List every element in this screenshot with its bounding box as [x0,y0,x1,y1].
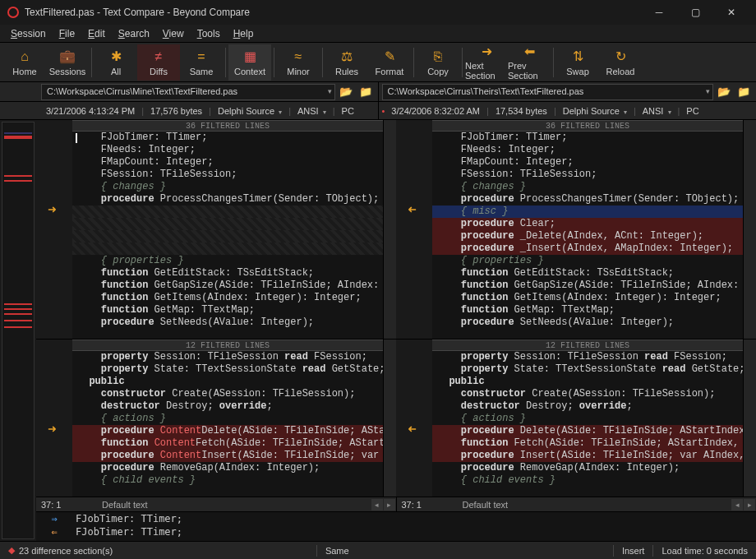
fold-separator[interactable]: 36 FILTERED LINES [432,120,743,132]
code-line[interactable]: { actions } [72,413,383,425]
maximize-button[interactable]: ▢ [677,0,713,25]
code-line[interactable]: procedure SetNeeds(AValue: Integer); [432,316,743,329]
code-line[interactable]: procedure SetNeeds(AValue: Integer); [72,316,383,329]
code-line[interactable]: FJobTimer: TTimer; [432,132,743,144]
code-line[interactable]: function GetMap: TTextMap; [432,304,743,316]
right-encoding-dropdown[interactable]: ANSI ▾ [643,106,671,116]
menu-session[interactable]: Session [5,26,52,41]
menu-help[interactable]: Help [228,26,260,41]
swap-button[interactable]: ⇅Swap [556,44,599,81]
code-line[interactable]: procedure Delete(ASide: TFileInSide; ASt… [432,425,743,437]
code-line[interactable]: destructor Destroy; override; [72,400,383,413]
code-line[interactable]: { changes } [432,181,743,193]
code-line[interactable]: { properties } [72,255,383,267]
right-code-2[interactable]: 12 FILTERED LINES property Session: TFil… [432,340,743,497]
code-line[interactable]: FNeeds: Integer; [72,144,383,156]
code-line[interactable]: function GetEditStack: TSsEditStack; [72,267,383,280]
left-lang-dropdown[interactable]: Delphi Source ▾ [218,106,282,116]
code-line[interactable]: property Session: TFileSession read FSes… [432,351,743,363]
code-line[interactable]: FJobTimer: TTimer; [72,132,383,144]
right-scrollbar[interactable] [743,120,756,339]
right-path-input[interactable]: C:\Workspace\Cirrus\Theirs\Text\TextFilt… [382,84,714,100]
left-show-in-folder-icon[interactable]: 📁 [357,84,375,100]
code-line[interactable]: public [432,376,743,388]
code-line[interactable] [72,230,383,243]
code-line[interactable]: function GetItems(AIndex: Integer): Inte… [432,292,743,304]
code-line[interactable]: FMapCount: Integer; [72,156,383,169]
left-lineending-dropdown[interactable]: PC [342,106,354,116]
left-scrollbar[interactable] [383,120,396,339]
code-line[interactable] [72,206,383,218]
left-encoding-dropdown[interactable]: ANSI ▾ [297,106,326,116]
code-line[interactable] [72,218,383,230]
fold-separator[interactable]: 36 FILTERED LINES [72,120,383,132]
code-line[interactable]: procedure RemoveGap(AIndex: Integer); [432,462,743,474]
code-line[interactable]: procedure ProcessChangesTimer(Sender: TO… [72,193,383,206]
copy-button[interactable]: ⎘Copy [417,44,459,81]
code-line[interactable]: constructor Create(ASession: TFileSessio… [432,388,743,400]
left-code[interactable]: 36 FILTERED LINES FJobTimer: TTimer; FNe… [72,120,383,339]
menu-file[interactable]: File [53,26,81,41]
code-line[interactable]: procedure Insert(ASide: TFileInSide; var… [432,450,743,462]
code-line[interactable]: procedure _Insert(AIndex, AMapIndex: Int… [432,243,743,255]
minimize-button[interactable]: ─ [641,0,677,25]
code-line[interactable]: function ContentFetch(ASide: TFileInSide… [72,437,383,450]
right-code[interactable]: 36 FILTERED LINES FJobTimer: TTimer; FNe… [432,120,743,339]
minor-button[interactable]: ≈Minor [277,44,320,81]
right-show-in-folder-icon[interactable]: 📁 [735,84,753,100]
left-scrollbar-2[interactable] [383,340,396,497]
code-line[interactable]: FMapCount: Integer; [432,156,743,169]
right-scrollbar-2[interactable] [743,340,756,497]
menu-search[interactable]: Search [113,26,155,41]
merge-arrow-right-icon[interactable]: ⇒ [36,513,72,524]
code-line[interactable]: { actions } [432,413,743,425]
left-path-input[interactable]: C:\Workspace\Cirrus\Mine\Text\TextFilter… [41,84,335,100]
code-line[interactable]: public [72,376,383,388]
code-line[interactable]: FSession: TFileSession; [432,169,743,181]
code-line[interactable]: FNeeds: Integer; [432,144,743,156]
code-line[interactable]: destructor Destroy; override; [432,400,743,413]
code-line[interactable]: { child events } [72,474,383,487]
code-line[interactable]: property Session: TFileSession read FSes… [72,351,383,363]
menu-tools[interactable]: Tools [191,26,226,41]
right-lineending-dropdown[interactable]: PC [686,106,698,116]
menu-view[interactable]: View [157,26,190,41]
code-line[interactable]: function GetItems(AIndex: Integer): Inte… [72,292,383,304]
close-button[interactable]: ✕ [713,0,749,25]
code-line[interactable]: function GetGapSize(ASide: TFileInSide; … [432,280,743,292]
code-line[interactable]: FSession: TFileSession; [72,169,383,181]
code-line[interactable]: { misc } [432,206,743,218]
context-button[interactable]: ▦Context [228,44,271,81]
prev-section-button[interactable]: ⬅Prev Section [508,44,551,81]
code-line[interactable]: { properties } [432,255,743,267]
code-line[interactable]: procedure _Delete(AIndex, ACnt: Integer)… [432,230,743,243]
code-line[interactable]: { changes } [72,181,383,193]
code-line[interactable]: procedure ProcessChangesTimer(Sender: TO… [432,193,743,206]
left-code-2[interactable]: 12 FILTERED LINES property Session: TFil… [72,340,383,497]
left-hscrollbar[interactable]: ◂▸ [148,499,396,510]
same-button[interactable]: =Same [180,44,223,81]
code-line[interactable]: property State: TTextSessionState read G… [72,363,383,376]
left-browse-icon[interactable]: 📂 [337,84,355,100]
format-button[interactable]: ✎Format [368,44,411,81]
code-line[interactable]: function GetGapSize(ASide: TFileInSide; … [72,280,383,292]
sessions-button[interactable]: 💼Sessions [46,44,89,81]
rules-button[interactable]: ⚖Rules [325,44,368,81]
next-section-button[interactable]: ➜Next Section [465,44,508,81]
code-line[interactable]: property State: TTextSessionState read G… [432,363,743,376]
code-line[interactable]: procedure ContentInsert(ASide: TFileInSi… [72,450,383,462]
merge-panel[interactable]: ⇒FJobTimer: TTimer;⇐FJobTimer: TTimer; [36,511,756,541]
overview-gutter[interactable] [0,120,36,541]
merge-arrow-left-icon[interactable]: ⇐ [36,526,72,538]
code-line[interactable]: function GetMap: TTextMap; [72,304,383,316]
code-line[interactable]: constructor Create(ASession: TFileSessio… [72,388,383,400]
code-line[interactable] [72,243,383,255]
right-browse-icon[interactable]: 📂 [715,84,733,100]
fold-separator[interactable]: 12 FILTERED LINES [432,340,743,351]
all-button[interactable]: ✱All [94,44,137,81]
right-hscrollbar[interactable]: ◂▸ [508,499,756,510]
diffs-button[interactable]: ≠Diffs [137,44,180,81]
right-lang-dropdown[interactable]: Delphi Source ▾ [563,106,627,116]
code-line[interactable]: { child events } [432,474,743,487]
code-line[interactable]: function Fetch(ASide: TFileInSide; AStar… [432,437,743,450]
